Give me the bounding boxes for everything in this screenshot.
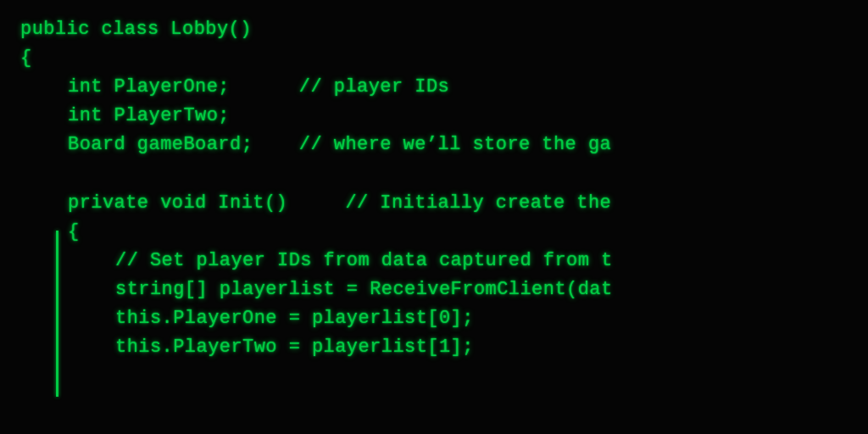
code-line-6: [20, 159, 848, 188]
code-line-2: {: [20, 44, 848, 73]
code-line-12: this.PlayerTwo = playerlist[1];: [20, 333, 848, 362]
code-line-1: public class Lobby(): [20, 15, 848, 44]
code-editor: public class Lobby() { int PlayerOne; //…: [0, 0, 868, 434]
code-line-11: this.PlayerOne = playerlist[0];: [20, 304, 848, 333]
code-line-5: Board gameBoard; // where we’ll store th…: [20, 131, 848, 159]
code-line-8: {: [20, 218, 848, 247]
code-line-4: int PlayerTwo;: [20, 102, 848, 131]
code-line-3: int PlayerOne; // player IDs: [20, 73, 848, 102]
code-line-9: // Set player IDs from data captured fro…: [20, 247, 848, 275]
vertical-bar: [56, 231, 58, 397]
code-line-7: private void Init() // Initially create …: [20, 189, 848, 218]
code-line-10: string[] playerlist = ReceiveFromClient(…: [20, 275, 848, 304]
